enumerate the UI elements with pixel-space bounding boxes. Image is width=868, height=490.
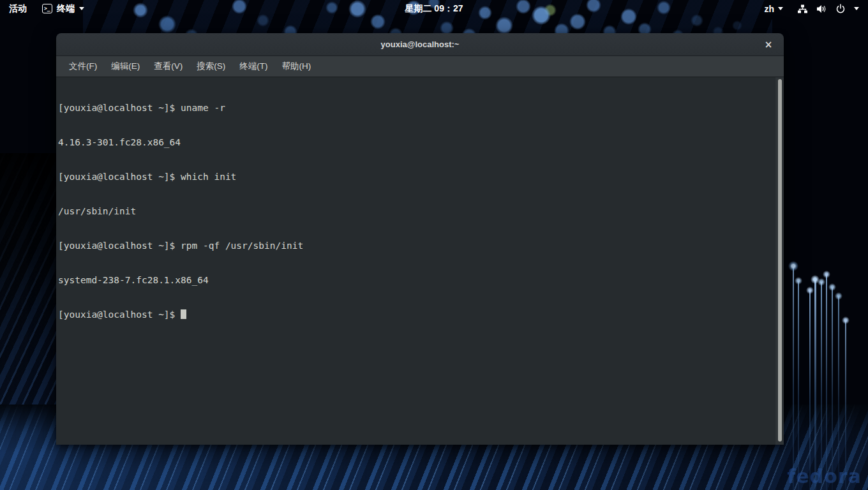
chevron-down-icon bbox=[778, 7, 783, 10]
top-bar: 活动 >_ 终端 星期二 09：27 zh bbox=[0, 0, 868, 17]
window-titlebar[interactable]: youxia@localhost:~ × bbox=[56, 33, 784, 56]
menu-file[interactable]: 文件(F) bbox=[62, 56, 104, 77]
menu-search[interactable]: 搜索(S) bbox=[190, 56, 232, 77]
terminal-line: [youxia@localhost ~]$ rpm -qf /usr/sbin/… bbox=[58, 240, 772, 251]
activities-label: 活动 bbox=[9, 3, 27, 15]
top-bar-left: 活动 >_ 终端 bbox=[0, 0, 91, 17]
menu-terminal[interactable]: 终端(T) bbox=[232, 56, 274, 77]
app-menu-button[interactable]: >_ 终端 bbox=[36, 0, 91, 17]
wallpaper-fibers bbox=[784, 254, 858, 490]
fedora-logo: fedora bbox=[787, 465, 862, 487]
menu-help[interactable]: 帮助(H) bbox=[275, 56, 318, 77]
window-menubar: 文件(F) 编辑(E) 查看(V) 搜索(S) 终端(T) 帮助(H) bbox=[56, 56, 784, 77]
terminal-line: systemd-238-7.fc28.1.x86_64 bbox=[58, 274, 772, 286]
menu-view[interactable]: 查看(V) bbox=[147, 56, 190, 77]
network-wired-icon bbox=[797, 4, 808, 14]
input-source-button[interactable]: zh bbox=[756, 0, 791, 17]
close-button[interactable]: × bbox=[760, 33, 777, 56]
chevron-down-icon bbox=[854, 7, 859, 10]
top-bar-right: zh bbox=[756, 0, 868, 17]
terminal-output: [youxia@localhost ~]$ uname -r 4.16.3-30… bbox=[58, 79, 772, 343]
scrollbar-track[interactable] bbox=[775, 77, 784, 445]
activities-button[interactable]: 活动 bbox=[0, 0, 36, 17]
volume-icon bbox=[816, 4, 827, 14]
clock-button[interactable]: 星期二 09：27 bbox=[405, 0, 463, 17]
scrollbar-thumb[interactable] bbox=[778, 79, 782, 442]
power-icon bbox=[835, 4, 846, 14]
terminal-line: 4.16.3-301.fc28.x86_64 bbox=[58, 137, 772, 148]
system-menu-button[interactable] bbox=[791, 0, 868, 17]
terminal-line: [youxia@localhost ~]$ which init bbox=[58, 171, 772, 182]
window-title: youxia@localhost:~ bbox=[381, 40, 460, 49]
terminal-content[interactable]: [youxia@localhost ~]$ uname -r 4.16.3-30… bbox=[56, 77, 784, 445]
terminal-icon: >_ bbox=[42, 4, 52, 13]
terminal-cursor bbox=[181, 309, 186, 319]
terminal-window: youxia@localhost:~ × 文件(F) 编辑(E) 查看(V) 搜… bbox=[56, 33, 784, 445]
terminal-prompt: [youxia@localhost ~]$ bbox=[58, 309, 181, 320]
chevron-down-icon bbox=[79, 7, 84, 10]
terminal-line: /usr/sbin/init bbox=[58, 205, 772, 217]
clock-label: 星期二 09：27 bbox=[405, 3, 463, 15]
menu-edit[interactable]: 编辑(E) bbox=[104, 56, 147, 77]
app-menu-label: 终端 bbox=[57, 3, 75, 15]
input-source-label: zh bbox=[764, 4, 774, 14]
terminal-prompt-line: [youxia@localhost ~]$ bbox=[58, 309, 772, 320]
terminal-line: [youxia@localhost ~]$ uname -r bbox=[58, 102, 772, 114]
